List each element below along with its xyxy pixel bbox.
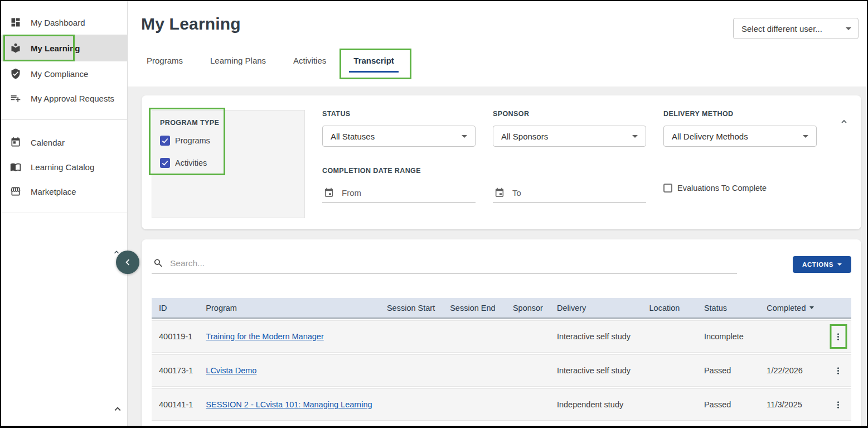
- program-type-filter-box: PROGRAM TYPE Programs: [152, 110, 305, 218]
- back-to-top-caret-icon[interactable]: [111, 403, 124, 417]
- sidebar-item-my-approval-requests[interactable]: My Approval Requests: [1, 86, 127, 110]
- completion-date-from-field[interactable]: From: [322, 182, 476, 203]
- transcript-results-panel: ACTIONS ID Program Session Start: [142, 239, 861, 428]
- local-library-icon: [10, 42, 21, 54]
- cell-session-end: [442, 354, 502, 387]
- column-header-id[interactable]: ID: [152, 298, 198, 319]
- cell-status: Passed: [697, 354, 759, 387]
- search-icon: [153, 258, 164, 268]
- tab-transcript[interactable]: Transcript: [349, 56, 399, 73]
- program-link[interactable]: Training for the Modern Manager: [206, 332, 323, 341]
- sidebar-item-marketplace[interactable]: Marketplace: [1, 179, 127, 204]
- sidebar-item-my-dashboard[interactable]: My Dashboard: [1, 10, 127, 35]
- calendar-icon: [10, 137, 21, 148]
- column-header-delivery[interactable]: Delivery: [550, 298, 642, 319]
- tab-activities[interactable]: Activities: [289, 56, 331, 73]
- tab-programs[interactable]: Programs: [142, 56, 187, 73]
- app-window: My Dashboard My Learning My Compliance M…: [0, 0, 868, 428]
- column-header-session-start[interactable]: Session Start: [380, 298, 442, 319]
- completion-date-to-field[interactable]: To: [493, 182, 646, 203]
- actions-button[interactable]: ACTIONS: [793, 256, 851, 273]
- column-header-program[interactable]: Program: [198, 298, 379, 319]
- select-different-user-dropdown[interactable]: Select different user...: [733, 18, 859, 39]
- cell-delivery: Independent study: [550, 388, 642, 421]
- checkbox-label: Activities: [175, 158, 207, 167]
- kebab-menu-icon: [833, 400, 843, 410]
- sidebar-item-my-learning[interactable]: My Learning: [1, 35, 127, 61]
- program-type-option-programs[interactable]: Programs: [160, 136, 297, 146]
- transcript-table: ID Program Session Start Session End Spo…: [152, 296, 851, 422]
- table-row: 400173-1 LCvista Demo Interactive self s…: [152, 354, 851, 387]
- table-row: 400119-1 Training for the Modern Manager…: [152, 320, 851, 353]
- column-header-sponsor[interactable]: Sponsor: [502, 298, 550, 319]
- cell-delivery: Interactive self study: [550, 320, 642, 353]
- chevron-down-icon: [803, 135, 808, 138]
- cell-id: 400119-1: [152, 320, 198, 353]
- cell-location: [642, 354, 697, 387]
- tab-learning-plans[interactable]: Learning Plans: [206, 56, 270, 73]
- sidebar-item-my-compliance[interactable]: My Compliance: [1, 61, 127, 86]
- main-area: My Learning Select different user... Pro…: [128, 1, 867, 426]
- evaluations-to-complete-checkbox[interactable]: Evaluations To Complete: [663, 184, 817, 193]
- sidebar-item-label: My Approval Requests: [31, 94, 114, 103]
- cell-session-end: [442, 320, 502, 353]
- status-filter-select[interactable]: All Statuses: [322, 126, 476, 147]
- scroll-up-caret-icon[interactable]: [112, 248, 121, 259]
- cell-sponsor: [502, 354, 550, 387]
- chevron-down-icon: [462, 135, 467, 138]
- row-menu-button[interactable]: [831, 359, 846, 382]
- verified-user-icon: [10, 68, 21, 79]
- sidebar-item-label: My Dashboard: [31, 18, 85, 27]
- kebab-menu-icon: [833, 366, 843, 376]
- program-link[interactable]: LCvista Demo: [206, 366, 256, 375]
- delivery-method-filter-label: DELIVERY METHOD: [663, 110, 817, 118]
- sidebar-divider: [1, 119, 127, 120]
- cell-id: 400141-1: [152, 388, 198, 421]
- page-header: My Learning Select different user... Pro…: [128, 1, 867, 86]
- playlist-add-icon: [10, 93, 21, 104]
- sponsor-filter-label: SPONSOR: [493, 110, 646, 118]
- sponsor-filter-select[interactable]: All Sponsors: [493, 126, 646, 147]
- cell-status: Passed: [697, 388, 759, 421]
- column-header-location[interactable]: Location: [642, 298, 697, 319]
- actions-button-label: ACTIONS: [802, 261, 833, 268]
- checkbox-checked-icon: [160, 158, 170, 168]
- row-menu-button[interactable]: [831, 325, 846, 348]
- program-type-option-activities[interactable]: Activities: [160, 158, 297, 168]
- transcript-filters-panel: PROGRAM TYPE Programs: [142, 95, 861, 229]
- checkbox-label: Programs: [175, 136, 210, 145]
- book-icon: [10, 161, 21, 172]
- cell-session-start: [380, 354, 442, 387]
- cell-sponsor: [502, 320, 550, 353]
- program-link[interactable]: SESSION 2 - LCvista 101: Managing Learni…: [206, 400, 372, 409]
- chevron-down-icon: [846, 27, 851, 30]
- sidebar-item-learning-catalog[interactable]: Learning Catalog: [1, 155, 127, 179]
- status-filter-value: All Statuses: [331, 132, 375, 141]
- sidebar-item-label: Marketplace: [31, 187, 76, 196]
- search-input[interactable]: [170, 258, 737, 268]
- select-different-user-value: Select different user...: [741, 24, 822, 33]
- from-placeholder: From: [342, 188, 361, 198]
- status-filter-label: STATUS: [322, 110, 476, 118]
- cell-completed: 1/22/2026: [759, 354, 825, 387]
- calendar-icon: [494, 187, 505, 198]
- sidebar: My Dashboard My Learning My Compliance M…: [1, 1, 128, 426]
- cell-completed: 11/3/2025: [759, 388, 825, 421]
- sidebar-item-calendar[interactable]: Calendar: [1, 130, 127, 155]
- row-menu-button[interactable]: [831, 393, 846, 416]
- sidebar-item-label: My Learning: [31, 44, 80, 53]
- completion-date-range-label: COMPLETION DATE RANGE: [322, 167, 476, 175]
- column-header-status[interactable]: Status: [697, 298, 759, 319]
- delivery-method-filter-select[interactable]: All Delivery Methods: [663, 126, 817, 147]
- sidebar-item-label: Learning Catalog: [31, 162, 94, 172]
- column-header-session-end[interactable]: Session End: [442, 298, 502, 319]
- sidebar-item-label: My Compliance: [31, 69, 88, 79]
- cell-delivery: Interactive self study: [550, 354, 642, 387]
- delivery-method-filter-value: All Delivery Methods: [672, 132, 748, 141]
- dashboard-icon: [10, 17, 21, 28]
- filters-collapse-button[interactable]: [839, 117, 849, 129]
- chevron-down-icon: [632, 135, 638, 138]
- cell-session-end: [442, 388, 502, 421]
- column-header-completed[interactable]: Completed: [759, 298, 825, 319]
- chevron-left-icon: [122, 256, 134, 268]
